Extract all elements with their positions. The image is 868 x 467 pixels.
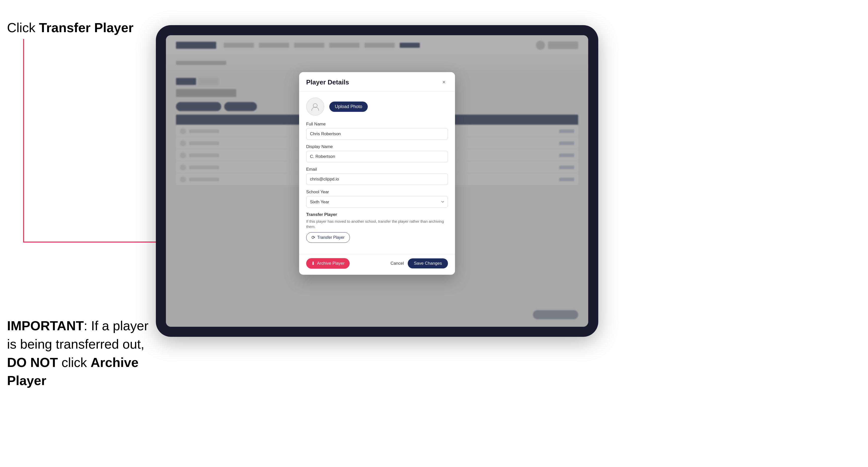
instruction-text-2: click xyxy=(58,355,91,370)
email-group: Email xyxy=(306,167,448,185)
modal-close-button[interactable]: × xyxy=(440,78,448,86)
cancel-button[interactable]: Cancel xyxy=(391,261,404,266)
tablet-device: Player Details × Upload Photo xyxy=(156,25,598,337)
school-year-group: School Year First Year Second Year Third… xyxy=(306,189,448,208)
archive-btn-label: Archive Player xyxy=(317,261,345,266)
modal-header: Player Details × xyxy=(299,72,455,92)
archive-player-button[interactable]: ⬇ Archive Player xyxy=(306,258,350,269)
modal-title: Player Details xyxy=(306,79,349,86)
do-not-label: DO NOT xyxy=(7,355,58,370)
tablet-screen: Player Details × Upload Photo xyxy=(166,35,588,327)
transfer-player-section: Transfer Player If this player has moved… xyxy=(306,212,448,243)
transfer-player-button[interactable]: ⟳ Transfer Player xyxy=(306,232,350,243)
email-input[interactable] xyxy=(306,174,448,185)
full-name-group: Full Name xyxy=(306,122,448,140)
display-name-label: Display Name xyxy=(306,144,448,149)
archive-icon: ⬇ xyxy=(311,261,315,266)
modal-body: Upload Photo Full Name Display Name xyxy=(299,92,455,254)
transfer-btn-label: Transfer Player xyxy=(317,235,345,240)
arrow-vertical xyxy=(23,39,24,243)
photo-section: Upload Photo xyxy=(306,97,448,116)
modal-footer: ⬇ Archive Player Cancel Save Changes xyxy=(299,254,455,275)
display-name-group: Display Name xyxy=(306,144,448,162)
school-year-select[interactable]: First Year Second Year Third Year Fourth… xyxy=(306,196,448,208)
transfer-section-title: Transfer Player xyxy=(306,212,448,217)
school-year-label: School Year xyxy=(306,189,448,194)
save-changes-button[interactable]: Save Changes xyxy=(408,258,448,269)
instruction-bold: Transfer Player xyxy=(39,20,133,35)
instruction-top: Click Transfer Player xyxy=(7,20,133,35)
full-name-input[interactable] xyxy=(306,128,448,140)
transfer-section-description: If this player has moved to another scho… xyxy=(306,219,448,229)
player-details-modal: Player Details × Upload Photo xyxy=(299,72,455,275)
important-label: IMPORTANT xyxy=(7,318,84,333)
instruction-bottom: IMPORTANT: If a player is being transfer… xyxy=(7,317,153,390)
transfer-icon: ⟳ xyxy=(311,235,315,240)
instruction-prefix: Click xyxy=(7,20,39,35)
modal-overlay: Player Details × Upload Photo xyxy=(166,35,588,327)
email-label: Email xyxy=(306,167,448,172)
avatar-placeholder xyxy=(306,97,324,116)
upload-photo-button[interactable]: Upload Photo xyxy=(329,101,368,112)
full-name-label: Full Name xyxy=(306,122,448,127)
display-name-input[interactable] xyxy=(306,151,448,162)
